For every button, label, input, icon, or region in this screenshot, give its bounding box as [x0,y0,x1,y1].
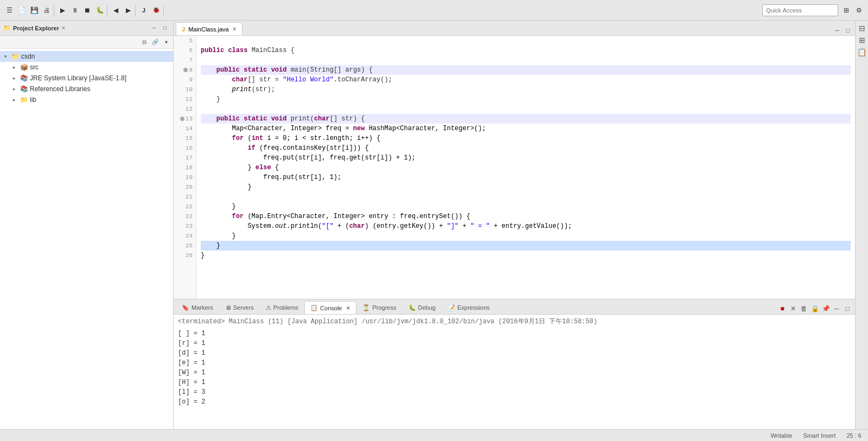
editor-tab-mainclass[interactable]: J MainClass.java ✕ [176,22,242,35]
code-line-21: } [201,241,851,251]
bottom-tab-servers[interactable]: 🖥 Servers [219,301,260,314]
editor-tab-close-btn[interactable]: ✕ [232,26,237,32]
tree-item-reflibs[interactable]: ▸ 📚 Referenced Libraries [0,84,173,94]
editor-maximize-btn[interactable]: □ [843,25,853,35]
line-number-13: 13 [177,114,193,124]
collapse-all-btn[interactable]: ⊟ [139,37,149,47]
debug-label: Debug [418,304,436,311]
console-stop-btn[interactable]: ■ [777,303,788,314]
console-tab-close[interactable]: ✕ [346,305,350,311]
tree-label-csdn: csdn [21,53,35,60]
toolbar-new-btn[interactable]: 📄 [16,4,28,16]
editor-tab-bar: J MainClass.java ✕ ─ □ [174,21,855,36]
console-clear-btn[interactable]: 🗑 [799,303,809,314]
line-number-10: 10 [177,85,193,94]
markers-label: Markers [192,304,213,311]
project-explorer-minimize-btn[interactable]: ─ [149,23,159,33]
code-content[interactable]: public class MainClass { public static v… [196,36,855,299]
tree-item-lib[interactable]: ▸ 📁 lib [0,94,173,105]
line-number-14: 14 [177,124,193,133]
code-line-15: } [201,182,851,192]
toolbar-save-btn[interactable]: 💾 [28,4,40,16]
right-icon-btn-1[interactable]: ⊟ [857,23,867,34]
explorer-tree: ▾ 📁 csdn ▸ 📦 src ▸ 📚 JRE System Library … [0,49,173,429]
toolbar-debug-btn[interactable]: 🐛 [94,4,106,16]
code-line-6: } [201,94,851,104]
line-number-26: 26 [177,251,193,260]
toolbar-forward-btn[interactable]: ▶ [122,4,134,16]
tree-arrow-src: ▸ [13,65,18,70]
line-number-17: 17 [177,153,193,163]
toolbar-group-right: ⊞ ⚙ [839,4,866,16]
console-label: Console [320,305,342,311]
tree-icon-src: 📦 [20,63,28,71]
console-output-line-2: [d] = 1 [178,348,851,358]
explorer-menu-btn[interactable]: ▾ [161,37,171,47]
console-maximize-btn[interactable]: □ [842,303,853,314]
tree-icon-jre: 📚 [20,74,28,82]
toolbar-java-btn[interactable]: J [138,4,150,16]
toolbar-stop-btn[interactable]: ⏹ [81,4,93,16]
code-line-13: } else { [201,163,851,172]
console-output-line-0: [ ] = 1 [178,329,851,338]
toolbar-menu-btn[interactable]: ☰ [3,4,15,16]
progress-icon: ⏳ [362,304,370,311]
toolbar-perspective-btn[interactable]: ⊞ [840,4,852,16]
console-output-line-4: [W] = 1 [178,368,851,378]
right-sidebar: ⊟ ⊞ 📋 [855,21,868,429]
toolbar-print-btn[interactable]: 🖨 [41,4,53,16]
line-number-12: 12 [177,104,193,114]
toolbar-debug-view-btn[interactable]: 🐞 [150,4,162,16]
project-explorer-label: Project Explorer [13,25,59,31]
bottom-tab-progress[interactable]: ⏳ Progress [356,301,402,314]
code-line-1: public class MainClass { [201,46,851,55]
tree-item-src[interactable]: ▸ 📦 src [0,62,173,73]
line-number-16: 16 [177,143,193,153]
line-number-22: 22 [177,202,193,212]
bottom-tab-expressions[interactable]: 📝 Expressions [442,301,496,314]
code-line-9: Map<Character, Integer> freq = new HashM… [201,124,851,133]
bottom-tab-markers[interactable]: 🔖 Markers [176,301,219,314]
code-line-7 [201,104,851,114]
toolbar-back-btn[interactable]: ◀ [110,4,122,16]
tree-item-csdn[interactable]: ▾ 📁 csdn [0,51,173,62]
editor-tab-controls: ─ □ [832,25,853,35]
project-explorer-maximize-btn[interactable]: □ [160,23,170,33]
project-explorer-controls: ─ □ [149,23,170,33]
bottom-panel: 🔖 Markers 🖥 Servers ⚠ Problems 📋 Console… [174,299,855,429]
editor-minimize-btn[interactable]: ─ [832,25,842,35]
bottom-tab-debug[interactable]: 🐛 Debug [403,301,442,314]
toolbar-run-btn[interactable]: ▶ [56,4,68,16]
tree-arrow-csdn: ▾ [4,54,10,59]
toolbar-group-nav: ◀ ▶ [108,4,136,16]
quick-access-input[interactable] [762,4,838,16]
console-pin-btn[interactable]: 📌 [820,303,831,314]
editor-tab-icon: J [182,26,185,33]
code-editor[interactable]: 5678910111213141516171819202122222324252… [174,36,855,299]
bottom-tab-problems[interactable]: ⚠ Problems [260,301,304,314]
console-remove-btn[interactable]: ✕ [788,303,799,314]
project-explorer-panel: 📁 Project Explorer ✕ ─ □ ⊟ 🔗 ▾ ▾ 📁 csdn … [0,21,174,429]
markers-icon: 🔖 [182,304,189,311]
console-scroll-lock-btn[interactable]: 🔒 [809,303,820,314]
line-numbers: 5678910111213141516171819202122222324252… [174,36,196,299]
console-output-line-5: [H] = 1 [178,378,851,387]
bottom-tab-console[interactable]: 📋 Console ✕ [304,301,356,314]
console-minimize-btn[interactable]: ─ [831,303,842,314]
right-icon-btn-2[interactable]: ⊞ [857,35,867,46]
line-number-20: 20 [177,182,193,192]
debug-icon: 🐛 [409,304,416,311]
toolbar-pause-btn[interactable]: ⏸ [69,4,81,16]
console-output: <terminated> MainClass (11) [Java Applic… [174,315,855,429]
line-number-5: 5 [177,36,193,46]
toolbar-settings-btn[interactable]: ⚙ [853,4,865,16]
expressions-label: Expressions [457,304,490,311]
tree-item-jre[interactable]: ▸ 📚 JRE System Library [JavaSE-1.8] [0,73,173,84]
toolbar-group-file: ☰ 📄 💾 🖨 [2,4,54,16]
right-icon-btn-3[interactable]: 📋 [857,47,867,57]
line-number-8: 8 [177,65,193,75]
status-bar: Writable Smart Insert 25 : 6 [0,429,868,441]
console-icon: 📋 [310,304,318,311]
link-with-editor-btn[interactable]: 🔗 [150,37,160,47]
editor-area: J MainClass.java ✕ ─ □ 56789101112131415… [174,21,855,429]
